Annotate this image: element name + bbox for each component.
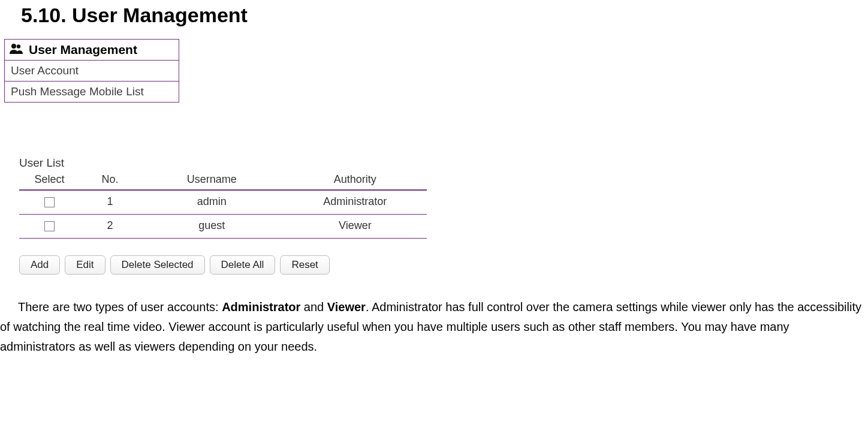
- row-checkbox[interactable]: [44, 197, 55, 207]
- delete-all-button[interactable]: Delete All: [210, 255, 276, 275]
- table-row: 1 admin Administrator: [19, 190, 427, 215]
- cell-username: guest: [140, 215, 284, 239]
- user-table: Select No. Username Authority 1 admin Ad…: [19, 171, 427, 239]
- svg-point-1: [17, 44, 20, 48]
- para-bold-admin: Administrator: [222, 300, 300, 314]
- cell-no: 1: [80, 190, 140, 215]
- menu-header: User Management: [5, 40, 179, 61]
- cell-authority: Viewer: [284, 215, 427, 239]
- edit-button[interactable]: Edit: [65, 255, 105, 275]
- cell-authority: Administrator: [284, 190, 427, 215]
- cell-username: admin: [140, 190, 284, 215]
- button-row: Add Edit Delete Selected Delete All Rese…: [19, 255, 868, 275]
- para-bold-viewer: Viewer: [327, 300, 366, 314]
- menu-item-user-account[interactable]: User Account: [5, 61, 179, 81]
- description-paragraph: There are two types of user accounts: Ad…: [0, 297, 864, 357]
- col-header-no: No.: [80, 171, 140, 190]
- users-icon: [10, 43, 23, 57]
- menu-item-push-message[interactable]: Push Message Mobile List: [5, 81, 179, 102]
- row-checkbox[interactable]: [44, 221, 55, 231]
- menu-title: User Management: [29, 43, 137, 57]
- table-row: 2 guest Viewer: [19, 215, 427, 239]
- col-header-username: Username: [140, 171, 284, 190]
- cell-no: 2: [80, 215, 140, 239]
- para-text: There are two types of user accounts:: [18, 300, 222, 314]
- col-header-select: Select: [19, 171, 80, 190]
- user-management-menu: User Management User Account Push Messag…: [4, 39, 179, 103]
- col-header-authority: Authority: [284, 171, 427, 190]
- section-heading: 5.10. User Management: [21, 4, 868, 27]
- svg-point-0: [11, 44, 16, 49]
- reset-button[interactable]: Reset: [280, 255, 329, 275]
- para-text: and: [300, 300, 327, 314]
- user-list-section: User List Select No. Username Authority …: [19, 156, 868, 275]
- delete-selected-button[interactable]: Delete Selected: [110, 255, 205, 275]
- user-list-title: User List: [19, 156, 868, 170]
- add-button[interactable]: Add: [19, 255, 60, 275]
